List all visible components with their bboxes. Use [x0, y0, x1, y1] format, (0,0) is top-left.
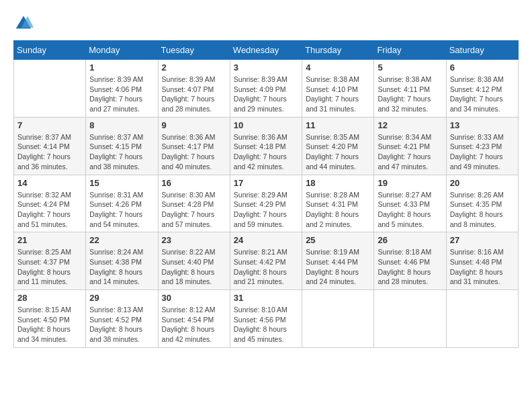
- day-number: 30: [162, 293, 226, 303]
- calendar-cell: 9Sunrise: 8:36 AM Sunset: 4:17 PM Daylig…: [158, 117, 230, 175]
- day-number: 21: [17, 235, 82, 245]
- day-info: Sunrise: 8:18 AM Sunset: 4:46 PM Dayligh…: [378, 247, 442, 287]
- calendar-week-row: 28Sunrise: 8:15 AM Sunset: 4:50 PM Dayli…: [14, 290, 519, 348]
- calendar-cell: [302, 290, 374, 348]
- calendar-cell: 2Sunrise: 8:39 AM Sunset: 4:07 PM Daylig…: [158, 60, 230, 118]
- day-number: 20: [450, 178, 515, 188]
- day-info: Sunrise: 8:33 AM Sunset: 4:23 PM Dayligh…: [450, 132, 515, 172]
- day-number: 31: [234, 293, 298, 303]
- day-info: Sunrise: 8:37 AM Sunset: 4:15 PM Dayligh…: [89, 132, 154, 172]
- day-info: Sunrise: 8:26 AM Sunset: 4:35 PM Dayligh…: [450, 190, 515, 230]
- calendar-week-row: 7Sunrise: 8:37 AM Sunset: 4:14 PM Daylig…: [14, 117, 519, 175]
- day-info: Sunrise: 8:12 AM Sunset: 4:54 PM Dayligh…: [162, 305, 226, 345]
- day-info: Sunrise: 8:36 AM Sunset: 4:17 PM Dayligh…: [162, 132, 226, 172]
- day-info: Sunrise: 8:39 AM Sunset: 4:07 PM Dayligh…: [162, 75, 226, 114]
- day-info: Sunrise: 8:10 AM Sunset: 4:56 PM Dayligh…: [234, 305, 298, 345]
- header-saturday: Saturday: [446, 41, 518, 60]
- calendar-cell: 17Sunrise: 8:29 AM Sunset: 4:29 PM Dayli…: [230, 175, 302, 232]
- day-info: Sunrise: 8:35 AM Sunset: 4:20 PM Dayligh…: [306, 132, 370, 172]
- header-monday: Monday: [86, 41, 158, 60]
- day-info: Sunrise: 8:13 AM Sunset: 4:52 PM Dayligh…: [89, 305, 154, 345]
- day-info: Sunrise: 8:25 AM Sunset: 4:37 PM Dayligh…: [17, 247, 82, 287]
- page-header: [13, 13, 519, 34]
- day-number: 10: [234, 120, 298, 130]
- day-info: Sunrise: 8:15 AM Sunset: 4:50 PM Dayligh…: [17, 305, 82, 345]
- day-info: Sunrise: 8:38 AM Sunset: 4:10 PM Dayligh…: [306, 75, 370, 114]
- day-info: Sunrise: 8:24 AM Sunset: 4:38 PM Dayligh…: [89, 247, 154, 287]
- calendar-cell: 16Sunrise: 8:30 AM Sunset: 4:28 PM Dayli…: [158, 175, 230, 232]
- day-number: 6: [450, 62, 515, 73]
- day-number: 7: [17, 120, 82, 130]
- calendar-cell: 1Sunrise: 8:39 AM Sunset: 4:06 PM Daylig…: [86, 60, 158, 118]
- day-info: Sunrise: 8:38 AM Sunset: 4:12 PM Dayligh…: [450, 75, 515, 114]
- header-friday: Friday: [374, 41, 446, 60]
- day-number: 18: [306, 178, 370, 188]
- day-info: Sunrise: 8:37 AM Sunset: 4:14 PM Dayligh…: [17, 132, 82, 172]
- calendar-header-row: SundayMondayTuesdayWednesdayThursdayFrid…: [14, 41, 519, 60]
- logo-icon: [13, 13, 34, 34]
- day-number: 11: [306, 120, 370, 130]
- calendar-table: SundayMondayTuesdayWednesdayThursdayFrid…: [13, 40, 519, 348]
- calendar-cell: 23Sunrise: 8:22 AM Sunset: 4:40 PM Dayli…: [158, 232, 230, 290]
- calendar-cell: 12Sunrise: 8:34 AM Sunset: 4:21 PM Dayli…: [374, 117, 446, 175]
- day-number: 12: [378, 120, 442, 130]
- logo: [13, 13, 36, 34]
- day-number: 15: [89, 178, 154, 188]
- day-info: Sunrise: 8:38 AM Sunset: 4:11 PM Dayligh…: [378, 75, 442, 114]
- day-number: 17: [234, 178, 298, 188]
- calendar-cell: 7Sunrise: 8:37 AM Sunset: 4:14 PM Daylig…: [14, 117, 86, 175]
- calendar-cell: 24Sunrise: 8:21 AM Sunset: 4:42 PM Dayli…: [230, 232, 302, 290]
- calendar-cell: 22Sunrise: 8:24 AM Sunset: 4:38 PM Dayli…: [86, 232, 158, 290]
- day-info: Sunrise: 8:27 AM Sunset: 4:33 PM Dayligh…: [378, 190, 442, 230]
- header-thursday: Thursday: [302, 41, 374, 60]
- day-info: Sunrise: 8:36 AM Sunset: 4:18 PM Dayligh…: [234, 132, 298, 172]
- day-number: 5: [378, 62, 442, 73]
- day-info: Sunrise: 8:21 AM Sunset: 4:42 PM Dayligh…: [234, 247, 298, 287]
- calendar-week-row: 1Sunrise: 8:39 AM Sunset: 4:06 PM Daylig…: [14, 60, 519, 118]
- calendar-cell: [374, 290, 446, 348]
- calendar-cell: 13Sunrise: 8:33 AM Sunset: 4:23 PM Dayli…: [446, 117, 518, 175]
- header-wednesday: Wednesday: [230, 41, 302, 60]
- calendar-cell: 28Sunrise: 8:15 AM Sunset: 4:50 PM Dayli…: [14, 290, 86, 348]
- calendar-cell: 5Sunrise: 8:38 AM Sunset: 4:11 PM Daylig…: [374, 60, 446, 118]
- day-number: 24: [234, 235, 298, 245]
- calendar-cell: 18Sunrise: 8:28 AM Sunset: 4:31 PM Dayli…: [302, 175, 374, 232]
- calendar-week-row: 14Sunrise: 8:32 AM Sunset: 4:24 PM Dayli…: [14, 175, 519, 232]
- calendar-cell: 27Sunrise: 8:16 AM Sunset: 4:48 PM Dayli…: [446, 232, 518, 290]
- calendar-cell: [446, 290, 518, 348]
- day-info: Sunrise: 8:30 AM Sunset: 4:28 PM Dayligh…: [162, 190, 226, 230]
- calendar-cell: 11Sunrise: 8:35 AM Sunset: 4:20 PM Dayli…: [302, 117, 374, 175]
- day-info: Sunrise: 8:39 AM Sunset: 4:09 PM Dayligh…: [234, 75, 298, 114]
- day-info: Sunrise: 8:22 AM Sunset: 4:40 PM Dayligh…: [162, 247, 226, 287]
- calendar-cell: 19Sunrise: 8:27 AM Sunset: 4:33 PM Dayli…: [374, 175, 446, 232]
- day-number: 14: [17, 178, 82, 188]
- day-info: Sunrise: 8:31 AM Sunset: 4:26 PM Dayligh…: [89, 190, 154, 230]
- calendar-cell: 10Sunrise: 8:36 AM Sunset: 4:18 PM Dayli…: [230, 117, 302, 175]
- header-sunday: Sunday: [14, 41, 86, 60]
- day-number: 28: [17, 293, 82, 303]
- day-number: 4: [306, 62, 370, 73]
- calendar-cell: 31Sunrise: 8:10 AM Sunset: 4:56 PM Dayli…: [230, 290, 302, 348]
- day-number: 16: [162, 178, 226, 188]
- header-tuesday: Tuesday: [158, 41, 230, 60]
- day-number: 25: [306, 235, 370, 245]
- day-number: 27: [450, 235, 515, 245]
- calendar-cell: 25Sunrise: 8:19 AM Sunset: 4:44 PM Dayli…: [302, 232, 374, 290]
- calendar-cell: 4Sunrise: 8:38 AM Sunset: 4:10 PM Daylig…: [302, 60, 374, 118]
- day-info: Sunrise: 8:29 AM Sunset: 4:29 PM Dayligh…: [234, 190, 298, 230]
- calendar-cell: 6Sunrise: 8:38 AM Sunset: 4:12 PM Daylig…: [446, 60, 518, 118]
- day-info: Sunrise: 8:34 AM Sunset: 4:21 PM Dayligh…: [378, 132, 442, 172]
- day-number: 8: [89, 120, 154, 130]
- day-number: 22: [89, 235, 154, 245]
- day-number: 9: [162, 120, 226, 130]
- calendar-cell: 26Sunrise: 8:18 AM Sunset: 4:46 PM Dayli…: [374, 232, 446, 290]
- day-number: 26: [378, 235, 442, 245]
- calendar-cell: [14, 60, 86, 118]
- calendar-cell: 3Sunrise: 8:39 AM Sunset: 4:09 PM Daylig…: [230, 60, 302, 118]
- day-number: 3: [234, 62, 298, 73]
- day-info: Sunrise: 8:39 AM Sunset: 4:06 PM Dayligh…: [89, 75, 154, 114]
- day-number: 19: [378, 178, 442, 188]
- calendar-cell: 15Sunrise: 8:31 AM Sunset: 4:26 PM Dayli…: [86, 175, 158, 232]
- calendar-cell: 21Sunrise: 8:25 AM Sunset: 4:37 PM Dayli…: [14, 232, 86, 290]
- day-number: 13: [450, 120, 515, 130]
